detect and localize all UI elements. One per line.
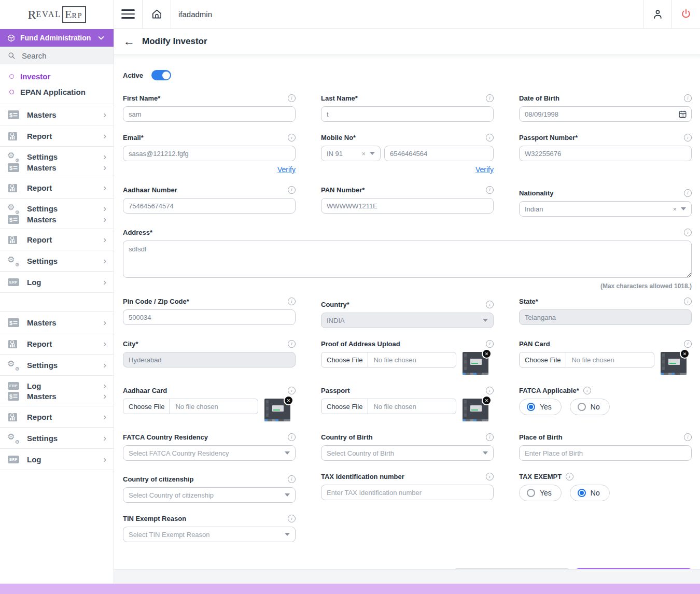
field-pincode: Pin Code / Zip Code*i [123,297,296,328]
verify-email-link[interactable]: Verify [277,165,296,174]
info-icon[interactable]: i [288,134,296,142]
pan-number-input[interactable] [321,198,494,214]
active-toggle[interactable] [151,70,171,80]
field-fatca-applicable: FATCA Applicable*i Yes No [519,386,692,421]
last-name-input[interactable] [321,106,494,122]
fatca-no-radio[interactable]: No [570,399,610,415]
nationality-select[interactable]: Indian × [519,201,692,217]
tax-identification-input[interactable] [321,485,494,500]
country-select: INDIA [321,313,494,328]
info-icon[interactable]: i [486,94,494,102]
clear-icon[interactable]: × [361,150,366,158]
info-icon[interactable]: i [486,473,494,480]
address-textarea[interactable]: sdfsdf [123,241,692,278]
country-of-citizenship-select[interactable]: Select Country of citizenship [123,487,296,503]
sidebar-item-investor[interactable]: Investor [0,68,114,84]
sidebar-item-log-masters[interactable]: ERP Log › $ Masters › [0,376,114,406]
choose-file-button[interactable]: Choose File [321,352,368,367]
info-icon[interactable]: i [486,134,494,142]
sidebar-item-settings[interactable]: ⚙⚙ Settings › [0,428,114,449]
sidebar-item-report[interactable]: Report › [0,229,114,250]
info-icon[interactable]: i [684,298,692,305]
info-icon[interactable]: i [288,298,296,305]
proof-of-address-file-input[interactable]: Choose File No file chosen [321,352,456,367]
info-icon[interactable]: i [288,186,296,194]
back-button[interactable]: ← [123,36,135,47]
calendar-icon[interactable] [678,110,687,119]
pan-card-thumbnail[interactable]: ✕ [661,352,687,375]
sidebar-item-report[interactable]: Report › [0,125,114,147]
info-icon[interactable]: i [684,433,692,441]
info-icon[interactable]: i [486,433,494,441]
passport-thumbnail[interactable]: ✕ [463,399,488,421]
info-icon[interactable]: i [288,475,296,483]
info-icon[interactable]: i [486,186,494,194]
profile-button[interactable] [643,0,671,28]
menu-toggle-button[interactable] [114,0,143,28]
tax-exempt-no-radio[interactable]: No [570,485,610,501]
remove-file-icon[interactable]: ✕ [680,349,690,359]
sidebar-item-log[interactable]: ERP Log › [0,449,114,470]
module-selector[interactable]: Fund Administration [0,29,114,47]
sidebar-search[interactable]: Search [0,47,114,64]
info-icon[interactable]: i [684,94,692,102]
sidebar-item-masters[interactable]: $ Masters › [0,104,114,125]
info-icon[interactable]: i [486,340,494,348]
aadhaar-number-input[interactable] [123,198,296,214]
info-icon[interactable]: i [583,387,591,394]
passport-number-input[interactable] [519,146,692,161]
verify-mobile-link[interactable]: Verify [475,165,494,174]
info-icon[interactable]: i [288,340,296,348]
info-icon[interactable]: i [684,189,692,197]
bottom-accent-bar [0,584,700,594]
info-icon[interactable]: i [288,515,296,522]
aadhaar-card-file-input[interactable]: Choose File No file chosen [123,399,258,414]
sidebar-item-masters[interactable]: $ Masters › [0,312,114,333]
remove-file-icon[interactable]: ✕ [482,349,492,359]
sidebar-item-report[interactable]: Report › [0,406,114,428]
country-code-select[interactable]: IN 91 × [321,146,381,161]
logout-button[interactable] [671,0,700,28]
info-icon[interactable]: i [486,301,494,308]
sidebar-item-epan-application[interactable]: EPAN Application [0,84,114,100]
info-icon[interactable]: i [288,387,296,394]
email-input[interactable] [123,146,296,161]
info-icon[interactable]: i [288,94,296,102]
remove-file-icon[interactable]: ✕ [482,395,492,405]
tax-exempt-yes-radio[interactable]: Yes [519,485,562,501]
place-of-birth-input[interactable] [519,445,692,461]
chevron-right-icon: › [103,131,106,140]
date-of-birth-input[interactable] [519,106,692,122]
info-icon[interactable]: i [486,387,494,394]
choose-file-button[interactable]: Choose File [321,399,368,414]
tin-exempt-reason-select[interactable]: Select TIN Exempt Reason [123,527,296,542]
info-icon[interactable]: i [684,340,692,348]
clear-icon[interactable]: × [673,205,677,213]
country-of-birth-select[interactable]: Select Country of Birth [321,445,494,461]
info-icon[interactable]: i [684,229,692,236]
sidebar-menu-group-2: $ Masters › Report › ⚙⚙ Settings › ERP L… [0,312,114,470]
info-icon[interactable]: i [684,134,692,142]
aadhaar-card-thumbnail[interactable]: ✕ [264,399,290,421]
sidebar-item-log[interactable]: ERP Log › [0,272,114,293]
remove-file-icon[interactable]: ✕ [284,395,293,405]
choose-file-button[interactable]: Choose File [520,352,566,367]
proof-of-address-thumbnail[interactable]: ✕ [463,352,488,375]
choose-file-button[interactable]: Choose File [123,399,170,414]
fatca-country-residency-select[interactable]: Select FATCA Country Residency [123,445,296,461]
pan-card-file-input[interactable]: Choose File No file chosen [519,352,654,367]
home-button[interactable] [143,0,171,28]
mobile-number-input[interactable] [384,146,494,161]
info-icon[interactable]: i [566,473,573,480]
sidebar-item-report[interactable]: Report › [0,177,114,199]
passport-file-input[interactable]: Choose File No file chosen [321,399,456,414]
sidebar-item-settings-masters[interactable]: ⚙⚙ Settings › $ Masters › [0,147,114,177]
info-icon[interactable]: i [288,433,296,441]
sidebar-item-settings[interactable]: ⚙⚙ Settings › [0,355,114,376]
first-name-input[interactable] [123,106,296,122]
sidebar-item-settings[interactable]: ⚙⚙ Settings › [0,250,114,272]
pincode-input[interactable] [123,309,296,325]
sidebar-item-report[interactable]: Report › [0,333,114,355]
sidebar-item-settings-masters[interactable]: ⚙⚙ Settings › $ Masters › [0,199,114,229]
fatca-yes-radio[interactable]: Yes [519,399,562,415]
